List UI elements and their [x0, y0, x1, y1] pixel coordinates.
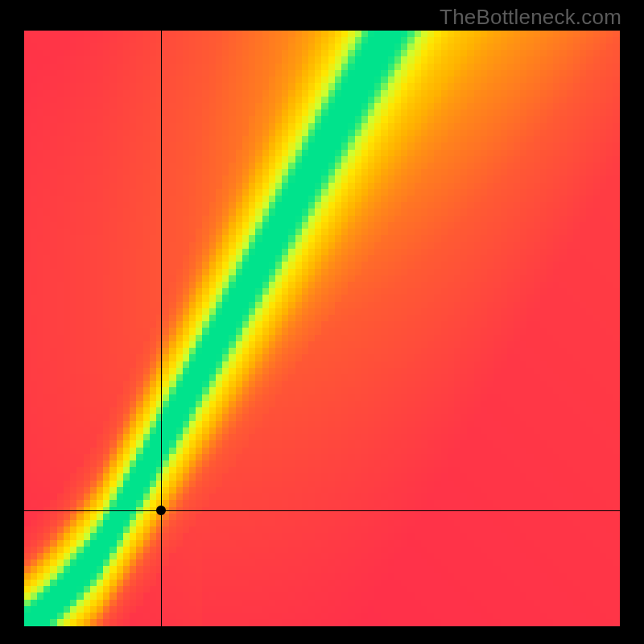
crosshair-vertical: [161, 31, 162, 626]
plot-area: [24, 31, 620, 626]
watermark-text: TheBottleneck.com: [440, 5, 621, 30]
chart-frame: TheBottleneck.com: [0, 0, 644, 644]
crosshair-horizontal: [24, 510, 620, 511]
heatmap-canvas: [24, 31, 620, 626]
marker-point: [156, 506, 166, 515]
